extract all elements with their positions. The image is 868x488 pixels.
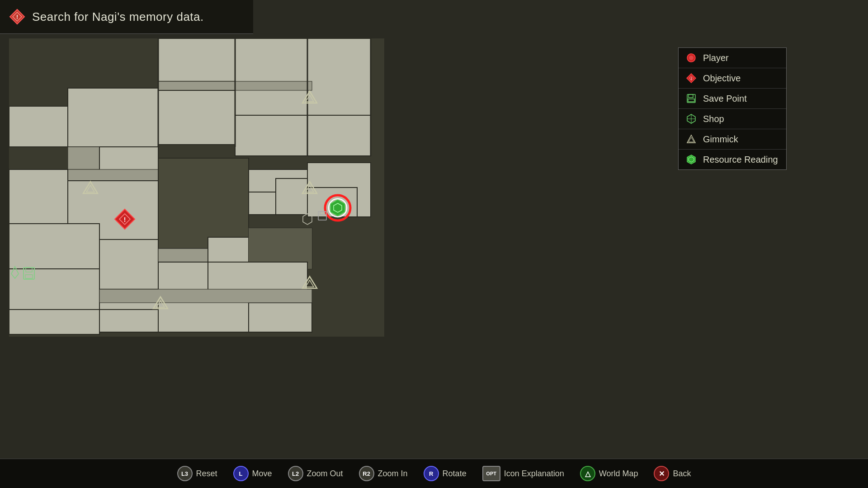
- legend-objective-icon: !: [686, 73, 697, 84]
- legend-item-save: Save Point: [679, 89, 786, 109]
- svg-rect-37: [249, 303, 312, 332]
- rotate-label: Rotate: [443, 469, 467, 479]
- control-reset: L3 Reset: [177, 466, 217, 481]
- move-badge: L: [233, 466, 249, 481]
- svg-rect-76: [688, 99, 694, 102]
- control-zoom-out: L2 Zoom Out: [288, 466, 343, 481]
- svg-rect-18: [9, 169, 68, 224]
- svg-rect-16: [307, 115, 371, 156]
- objective-icon: !: [9, 9, 25, 25]
- back-label: Back: [673, 469, 691, 479]
- objective-bar: ! Search for Nagi's memory data.: [0, 0, 253, 34]
- svg-rect-20: [158, 158, 249, 249]
- icon-explanation-badge: OPT: [482, 466, 500, 481]
- legend-gimmick-label: Gimmick: [703, 134, 738, 145]
- svg-rect-24: [276, 178, 307, 215]
- svg-marker-62: [330, 200, 345, 216]
- legend-shop-icon: [686, 113, 697, 124]
- svg-point-70: [689, 56, 693, 60]
- svg-rect-27: [99, 239, 158, 289]
- svg-text:!: !: [16, 14, 18, 20]
- control-back[interactable]: ✕ Back: [654, 466, 691, 481]
- legend-panel: Player ! Objective Save Point: [678, 47, 787, 170]
- svg-rect-7: [235, 38, 307, 115]
- control-zoom-in: R2 Zoom In: [359, 466, 408, 481]
- zoom-out-label: Zoom Out: [307, 469, 343, 479]
- control-rotate: R Rotate: [424, 466, 467, 481]
- svg-rect-6: [158, 38, 235, 81]
- legend-shop-label: Shop: [703, 114, 724, 124]
- svg-rect-38: [99, 289, 312, 303]
- legend-resource-label: Resource Reading: [703, 155, 778, 165]
- objective-text: Search for Nagi's memory data.: [32, 10, 204, 24]
- legend-save-icon: [686, 93, 697, 104]
- icon-explanation-label: Icon Explanation: [504, 469, 564, 479]
- svg-rect-40: [99, 310, 158, 332]
- rotate-badge: R: [424, 466, 439, 481]
- world-map-badge: △: [580, 466, 595, 481]
- svg-rect-30: [208, 237, 249, 262]
- back-badge: ✕: [654, 466, 669, 481]
- legend-save-label: Save Point: [703, 94, 747, 104]
- zoom-in-label: Zoom In: [378, 469, 408, 479]
- svg-text:!: !: [691, 76, 692, 81]
- control-icon-explanation: OPT Icon Explanation: [482, 466, 564, 481]
- svg-rect-8: [307, 38, 371, 115]
- legend-gimmick-icon: [686, 134, 697, 145]
- svg-rect-39: [9, 310, 99, 334]
- legend-player-icon: [686, 52, 697, 63]
- svg-text:!: !: [124, 216, 126, 223]
- controls-bar: L3 Reset L Move L2 Zoom Out R2 Zoom In R…: [0, 459, 868, 488]
- svg-rect-12: [68, 147, 99, 169]
- svg-rect-36: [158, 298, 249, 332]
- reset-badge: L3: [177, 466, 193, 481]
- legend-player-label: Player: [703, 53, 729, 63]
- svg-rect-23: [249, 192, 276, 215]
- svg-rect-14: [158, 90, 235, 145]
- zoom-out-badge: L2: [288, 466, 303, 481]
- legend-item-objective: ! Objective: [679, 68, 786, 89]
- world-map-label: World Map: [599, 469, 638, 479]
- svg-rect-15: [235, 115, 307, 156]
- zoom-in-badge: R2: [359, 466, 374, 481]
- legend-item-player: Player: [679, 48, 786, 68]
- svg-rect-75: [689, 94, 693, 98]
- legend-item-gimmick: Gimmick: [679, 129, 786, 150]
- svg-rect-11: [9, 106, 68, 147]
- control-move: L Move: [233, 466, 272, 481]
- svg-rect-26: [9, 224, 99, 269]
- map-canvas: !: [9, 38, 384, 337]
- legend-resource-icon: [686, 154, 697, 165]
- legend-item-resource: Resource Reading: [679, 150, 786, 169]
- control-world-map[interactable]: △ World Map: [580, 466, 638, 481]
- svg-marker-80: [687, 135, 695, 143]
- legend-objective-label: Objective: [703, 73, 741, 84]
- move-label: Move: [252, 469, 272, 479]
- svg-rect-28: [9, 269, 99, 310]
- reset-label: Reset: [196, 469, 217, 479]
- svg-rect-10: [68, 88, 158, 147]
- legend-item-shop: Shop: [679, 109, 786, 129]
